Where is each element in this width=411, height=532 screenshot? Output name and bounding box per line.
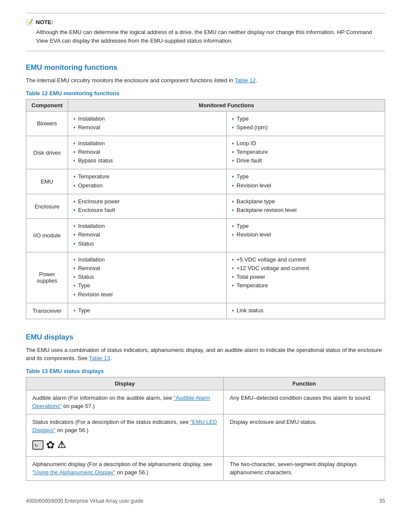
list-item: Drive fault <box>232 157 380 165</box>
list-item: Installation <box>73 256 221 264</box>
functions-right-cell: +5 VDC voltage and current+12 VDC voltag… <box>227 252 385 303</box>
list-item: Temperature <box>73 173 221 180</box>
component-cell: Blowers <box>26 111 68 136</box>
list-item: Revision level <box>232 231 380 239</box>
table-row: Audible alarm (For information on the au… <box>26 390 385 414</box>
list-item: Bypass status <box>73 157 221 165</box>
functions-left-cell: InstallationRemovalStatus <box>68 219 227 252</box>
list-item: Type <box>73 282 221 289</box>
functions-right-cell: TypeRevision level <box>227 169 385 194</box>
list-item: Status <box>73 273 221 281</box>
list-item: Removal <box>73 264 221 272</box>
table-row: TransceiverTypeLink status <box>26 303 385 319</box>
functions-left-cell: Type <box>68 303 227 319</box>
list-item: +12 VDC voltage and current <box>232 264 380 272</box>
emu-monitoring-intro: The internal EMU circuitry monitors the … <box>26 76 385 85</box>
list-item: Removal <box>73 231 221 239</box>
list-item: Installation <box>73 222 221 230</box>
functions-right-cell: TypeRevision level <box>227 219 385 252</box>
list-item: Removal <box>73 124 221 131</box>
list-item: Backplane type <box>232 198 380 205</box>
display-text-after: on page 56.) <box>115 469 149 476</box>
list-item: Total power <box>232 273 380 281</box>
col-display: Display <box>26 377 224 390</box>
document-title: 4000/6000/8000 Enterprise Virtual Array … <box>26 498 143 504</box>
table13-link[interactable]: Table 13 <box>89 355 110 361</box>
note-icon: 📝 <box>26 19 33 25</box>
function-cell: Display enclosure and EMU status. <box>224 414 385 456</box>
list-item: Type <box>232 222 380 230</box>
list-item: Revision level <box>232 182 380 190</box>
note-label: NOTE: <box>36 19 53 25</box>
display-cell: Audible alarm (For information on the au… <box>26 390 224 414</box>
display-link[interactable]: "Using the Alphanumeric Display" <box>32 469 115 476</box>
list-item: Operation <box>73 182 221 190</box>
component-cell: Transceiver <box>26 303 68 319</box>
col-component: Component <box>26 99 68 111</box>
page-number: 55 <box>380 498 385 504</box>
functions-right-cell: Backplane typeBackplane revision level <box>227 194 385 218</box>
led-icons: ↻ ✿ ⚠ <box>32 437 217 453</box>
list-item: Type <box>73 307 221 314</box>
table-row: Alphanumeric display (For a description … <box>26 456 385 480</box>
list-item: Enclosure fault <box>73 206 221 214</box>
note-section: 📝 NOTE: Although the EMU can determine t… <box>26 13 385 51</box>
col-function: Function <box>224 377 385 390</box>
functions-right-cell: Link status <box>227 303 385 319</box>
emu-monitoring-heading: EMU monitoring functions <box>26 63 385 72</box>
table-row: EnclosureEnclosure powerEnclosure faultB… <box>26 194 385 218</box>
function-cell: Any EMU–detected condition causes this a… <box>224 390 385 414</box>
table-row: Power suppliesInstallationRemovalStatusT… <box>26 252 385 303</box>
intro-text-before: The internal EMU circuitry monitors the … <box>26 77 233 84</box>
led-icon-3: ⚠ <box>57 438 66 452</box>
page-footer: 4000/6000/8000 Enterprise Virtual Array … <box>26 498 385 504</box>
list-item: Link status <box>232 307 380 314</box>
displays-table: Display Function Audible alarm (For info… <box>26 377 385 481</box>
displays-intro-end: . <box>110 355 112 361</box>
functions-right-cell: Loop IDTemperatureDrive fault <box>227 136 385 169</box>
list-item: Type <box>232 173 380 180</box>
table12-caption: Table 12 EMU monitoring functions <box>26 90 385 96</box>
functions-left-cell: InstallationRemovalBypass status <box>68 136 227 169</box>
display-text-after: on page 57.) <box>62 403 95 409</box>
list-item: Speed (rpm) <box>232 124 380 131</box>
functions-left-cell: InstallationRemovalStatusTypeRevision le… <box>68 252 227 303</box>
functions-left-cell: InstallationRemoval <box>68 111 227 136</box>
emu-displays-section: EMU displays The EMU uses a combination … <box>26 333 385 481</box>
table13-caption: Table 13 EMU status displays <box>26 368 385 374</box>
component-cell: EMU <box>26 169 68 194</box>
list-item: +5 VDC voltage and current <box>232 256 380 264</box>
displays-intro-text: The EMU uses a combination of status ind… <box>26 347 382 362</box>
functions-left-cell: Enclosure powerEnclosure fault <box>68 194 227 218</box>
intro-end: . <box>256 77 258 84</box>
list-item: Removal <box>73 148 221 156</box>
list-item: Enclosure power <box>73 198 221 205</box>
list-item: Type <box>232 115 380 123</box>
functions-left-cell: TemperatureOperation <box>68 169 227 194</box>
display-text-before: Alphanumeric display (For a description … <box>32 461 212 467</box>
component-cell: Enclosure <box>26 194 68 218</box>
functions-right-cell: TypeSpeed (rpm) <box>227 111 385 136</box>
display-cell: Status indicators (For a description of … <box>26 414 224 456</box>
list-item: Temperature <box>232 148 380 156</box>
table-row: BlowersInstallationRemovalTypeSpeed (rpm… <box>26 111 385 136</box>
list-item: Backplane revision level <box>232 206 380 214</box>
emu-displays-intro: The EMU uses a combination of status ind… <box>26 346 385 363</box>
table12-link[interactable]: Table 12 <box>235 77 256 84</box>
table-row: EMUTemperatureOperationTypeRevision leve… <box>26 169 385 194</box>
display-text-before: Audible alarm (For information on the au… <box>32 395 174 401</box>
list-item: Loop ID <box>232 140 380 147</box>
list-item: Status <box>73 240 221 248</box>
function-cell: The two-character, seven-segment display… <box>224 456 385 480</box>
component-cell: Power supplies <box>26 252 68 303</box>
monitoring-table: Component Monitored Functions BlowersIns… <box>26 99 385 319</box>
list-item: Revision level <box>73 291 221 299</box>
list-item: Installation <box>73 115 221 123</box>
led-icon-2: ✿ <box>46 437 55 453</box>
component-cell: I/O module <box>26 219 68 252</box>
table-row: Status indicators (For a description of … <box>26 414 385 456</box>
display-cell: Alphanumeric display (For a description … <box>26 456 224 480</box>
component-cell: Disk drives <box>26 136 68 169</box>
table-row: Disk drivesInstallationRemovalBypass sta… <box>26 136 385 169</box>
col-monitored: Monitored Functions <box>68 99 385 111</box>
